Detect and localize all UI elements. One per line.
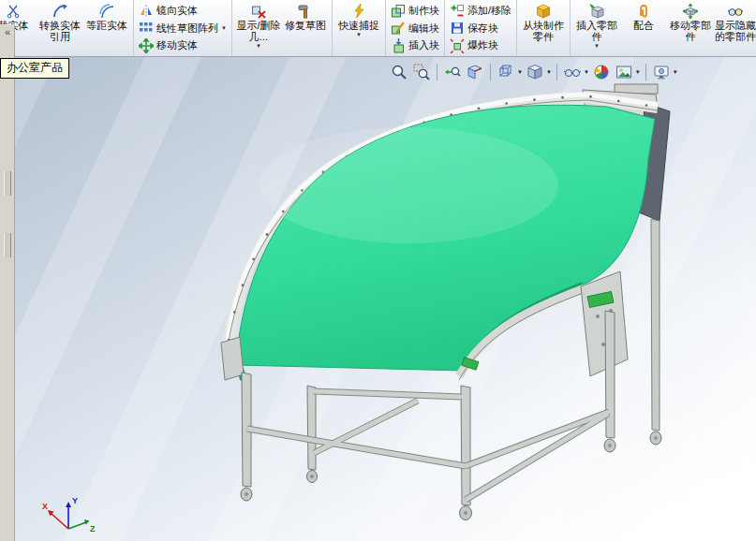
dropdown-arrow-icon[interactable]: ▼ [673,69,678,75]
apply-scene-button[interactable] [614,62,634,82]
ribbon-group-blocks-b: 添加/移除 保存块 爆炸块 [445,0,517,56]
display-style-button[interactable] [525,62,545,82]
dropdown-arrow-icon[interactable]: ▼ [584,69,589,75]
apply-scene-icon [615,64,632,80]
collapse-chevron-icon: « [5,26,10,37]
ribbon-button-insert-component[interactable]: 插入零部件 ▼ [573,1,620,50]
dropdown-arrow-icon[interactable]: ▼ [594,43,600,50]
hide-show-items-button[interactable] [562,62,583,82]
ribbon-button-save-block[interactable]: 保存块 [448,20,513,37]
section-view-button[interactable] [465,62,485,82]
toolbar-separator [437,64,437,80]
drive-station [581,271,628,376]
ribbon-button-label: 保存块 [467,22,498,36]
zoom-to-area-icon [413,64,430,80]
triad-x-label: X [42,502,48,511]
view-orientation-icon [497,64,514,80]
ribbon-button-label: 爆炸块 [467,38,498,52]
dropdown-arrow-icon[interactable]: ▼ [546,69,552,75]
previous-view-button[interactable] [442,62,463,82]
dropdown-arrow-icon[interactable]: ▼ [517,69,523,75]
ribbon-button-move-entities[interactable]: 移动实体 [137,37,229,54]
ribbon-button-display-delete-relations[interactable]: 显示/删除几... ▼ [235,1,282,50]
ribbon-button-make-part-from-block[interactable]: 从块制作零件 [520,1,567,42]
add-remove-icon [450,4,465,19]
offset-entities-icon [99,4,114,19]
make-part-from-block-icon [536,4,551,19]
tail-end-plate [221,337,244,380]
ribbon-button-label: 插入零部件 [573,20,620,42]
left-panel-strip: « [0,24,15,541]
display-delete-relations-icon [251,4,266,19]
ribbon-group-sketch-tools-a: 裁实体 转换实体引用 等距实体 [0,0,134,56]
toolbar-separator [556,64,557,80]
edit-block-icon [391,21,406,36]
ribbon-button-offset-entities[interactable]: 等距实体 [83,1,130,31]
ribbon-button-move-component[interactable]: 移动零部件 [667,1,714,42]
mate-icon [636,4,651,19]
ribbon-button-label: 制作块 [408,4,439,18]
zoom-to-area-button[interactable] [411,62,432,82]
frame-braces [247,391,609,500]
ribbon-button-label: 移动实体 [156,38,198,52]
edit-appearance-button[interactable] [591,62,612,82]
ribbon-button-label: 从块制作零件 [520,20,567,42]
ribbon-button-explode-block[interactable]: 爆炸块 [448,37,513,54]
mirror-entities-icon [139,4,154,19]
zoom-to-fit-button[interactable] [389,62,409,82]
ribbon-button-label: 添加/移除 [467,4,511,18]
ribbon-button-mirror-entities[interactable]: 镜向实体 [137,3,229,20]
dropdown-arrow-icon[interactable]: ▼ [635,69,641,75]
heads-up-view-toolbar: ▼ ▼ ▼ ▼ ▼ [389,61,678,83]
ribbon-button-label: 镜向实体 [156,4,198,18]
view-settings-button[interactable] [651,62,672,82]
ribbon-group-blocks-a: 制作块 编辑块 插入块 [386,0,445,56]
ribbon-group-relations: 显示/删除几... ▼ 修复草图 [232,0,333,56]
ribbon-button-label: 显示/删除几... [235,20,282,42]
ribbon-button-mate[interactable]: 配合 [620,1,667,31]
ribbon-button-label: 插入块 [408,38,439,52]
ribbon-button-insert-block[interactable]: 插入块 [389,37,441,54]
ribbon-group-snap: 快速捕捉 ▼ [333,0,386,56]
view-orientation-button[interactable] [496,62,516,82]
caster-wheels [241,431,661,520]
ribbon-group-part-from-block: 从块制作零件 [517,0,571,56]
dropdown-arrow-icon[interactable]: ▼ [356,32,362,38]
hide-show-items-icon [564,64,581,80]
ribbon-button-add-remove[interactable]: 添加/移除 [448,3,513,20]
convert-entities-icon [52,4,67,19]
make-block-icon [391,4,406,19]
ribbon-button-repair-sketch[interactable]: 修复草图 [282,1,329,31]
ribbon-button-label: 线性草图阵列 [156,22,218,36]
ribbon-button-label: 配合 [633,20,654,31]
linear-sketch-pattern-icon [139,21,154,36]
ribbon-button-label: 显示隐藏的零部件 [714,20,756,42]
ribbon-button-linear-sketch-pattern[interactable]: 线性草图阵列 ▼ [137,20,229,37]
save-block-icon [450,21,465,36]
ribbon-button-edit-block[interactable]: 编辑块 [389,20,441,37]
ribbon-button-quick-snaps[interactable]: 快速捕捉 ▼ [335,1,382,38]
collapse-panel-button[interactable]: « [0,25,15,40]
ribbon-button-label: 快速捕捉 [338,20,379,31]
dropdown-arrow-icon[interactable]: ▼ [256,43,261,50]
ribbon-button-label: 移动零部件 [667,20,714,42]
ribbon-button-label: 修复草图 [285,20,326,31]
ribbon-button-convert-entities[interactable]: 转换实体引用 [37,1,83,42]
panel-grip[interactable] [4,233,11,257]
display-style-icon [526,64,543,80]
orientation-triad: X Y Z [42,496,96,534]
explode-block-icon [450,38,465,53]
ribbon-button-show-hidden-components[interactable]: 显示隐藏的零部件 [714,1,756,42]
ribbon-button-label: 转换实体引用 [37,20,83,42]
trim-entities-icon [6,4,21,19]
show-hidden-components-icon [728,4,743,19]
edit-appearance-icon [593,64,610,80]
move-entities-icon [139,38,154,53]
curved-conveyor-model[interactable]: X Y Z [15,82,756,541]
ribbon-toolbar: 裁实体 转换实体引用 等距实体 镜向实体 线性草图阵列 ▼ 移动实体 [0,0,756,57]
ribbon-button-make-block[interactable]: 制作块 [389,3,441,20]
previous-view-icon [444,64,461,80]
graphics-viewport[interactable]: 办公室产品 ▼ ▼ ▼ ▼ ▼ [0,57,756,541]
dropdown-arrow-icon[interactable]: ▼ [221,25,227,32]
panel-grip[interactable] [4,171,11,196]
